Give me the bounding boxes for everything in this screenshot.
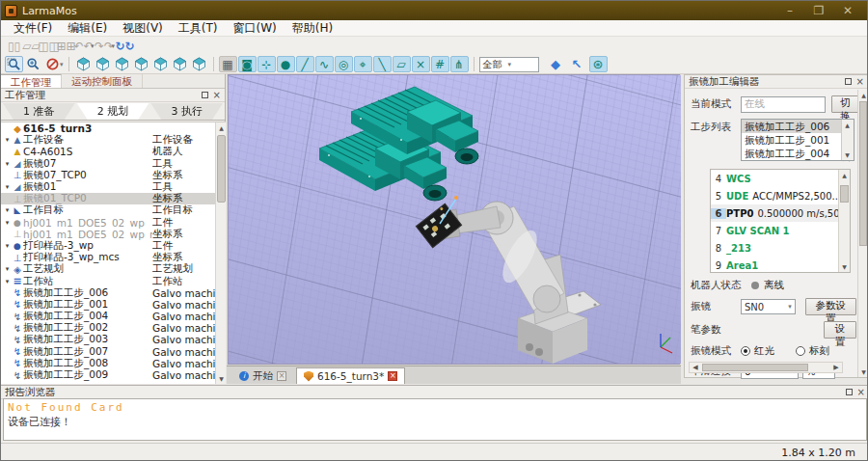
panel-vertical-scrollbar[interactable]: ▲ ▼ — [857, 90, 868, 377]
spline-icon[interactable]: ∿ — [315, 56, 334, 72]
line-icon[interactable]: ╱ — [296, 56, 314, 72]
stage-tab[interactable]: 1 准备 — [3, 103, 75, 120]
close-panel-icon[interactable]: × — [856, 78, 864, 85]
concentric-circles-icon[interactable]: ◎ — [335, 56, 353, 72]
close-tab-icon[interactable]: × — [388, 371, 397, 381]
scroll-down-icon[interactable]: ▼ — [216, 373, 226, 384]
hatch-icon[interactable]: # — [431, 56, 449, 72]
scroll-up-icon[interactable]: ▲ — [839, 170, 850, 180]
import-icon[interactable]: ⊞ — [57, 38, 75, 54]
menu-item[interactable]: 文件(F) — [7, 19, 59, 38]
tree-expand-icon[interactable]: ▾ — [3, 265, 12, 273]
scrollbar-thumb[interactable] — [859, 101, 867, 246]
scrollbar-thumb[interactable] — [217, 135, 226, 203]
tree-expand-icon[interactable]: ▾ — [3, 206, 12, 214]
minimize-icon[interactable]: – — [782, 2, 798, 19]
tree-expand-icon[interactable]: ▾ — [3, 219, 12, 227]
tree-row[interactable]: 振镜加工工步_009 Galvo machin — [1, 369, 226, 381]
circle-icon[interactable]: ● — [277, 56, 295, 72]
tree-expand-icon[interactable]: ▾ — [3, 242, 12, 250]
program-row[interactable]: 9 Area1 — [711, 257, 850, 273]
galvo-select[interactable]: SN0 ▾ — [741, 299, 796, 314]
step-item[interactable]: 振镜加工工步_001 — [742, 133, 854, 147]
point-icon[interactable]: ⊹ — [258, 56, 276, 72]
tree-expand-icon[interactable]: ▾ — [3, 183, 12, 191]
simulate-cube-icon[interactable]: ◆ — [547, 56, 565, 72]
zoom-window-icon[interactable] — [5, 56, 23, 72]
menu-item[interactable]: 编辑(E) — [61, 19, 114, 38]
zoom-in-icon[interactable] — [24, 56, 42, 72]
menu-item[interactable]: 视图(V) — [116, 19, 170, 38]
scrollbar-thumb[interactable] — [702, 364, 808, 371]
scroll-up-icon[interactable]: ▲ — [858, 90, 868, 100]
radio-red-light[interactable] — [741, 346, 750, 356]
program-row[interactable]: 4 WCS — [711, 170, 850, 187]
scroll-left-icon[interactable]: ◀ — [690, 363, 701, 372]
program-row[interactable]: 8 _213 — [711, 239, 850, 257]
param-settings-button[interactable]: 参数设置 — [805, 298, 856, 315]
scroll-up-icon[interactable]: ▲ — [216, 122, 226, 133]
delete-icon[interactable]: × — [412, 56, 430, 72]
view-cube-back-icon[interactable] — [113, 56, 131, 72]
tree-expand-icon[interactable]: ▾ — [3, 160, 12, 168]
menu-item[interactable]: 工具(T) — [172, 19, 225, 38]
float-panel-icon[interactable] — [846, 389, 853, 395]
scene-3d[interactable] — [228, 74, 680, 365]
view-cube-iso-icon[interactable] — [74, 56, 93, 72]
program-scrollbar[interactable]: ▲ ▼ — [838, 170, 850, 272]
lock-icon[interactable]: ◙ — [238, 56, 257, 72]
menu-item[interactable]: 帮助(H) — [285, 19, 339, 38]
menu-item[interactable]: 窗口(W) — [227, 19, 284, 38]
plane-icon[interactable]: ▱ — [393, 56, 411, 72]
view-cube-front-icon[interactable] — [94, 56, 112, 72]
program-line-list[interactable]: 4 WCS 5 UDE ACC/MMPS2,500.... 6 PTP0 0.5… — [710, 169, 851, 273]
scroll-down-icon[interactable]: ▼ — [858, 366, 868, 377]
view-cube-right-icon[interactable] — [151, 56, 170, 72]
cursor-icon[interactable]: ↖ — [568, 56, 586, 72]
steps-listbox[interactable]: 振镜加工工步_006振镜加工工步_001振镜加工工步_004 ▲ ▼ — [741, 119, 854, 161]
scroll-down-icon[interactable]: ▼ — [839, 261, 850, 272]
close-icon[interactable]: ✕ — [840, 2, 855, 19]
panel-horizontal-scrollbar[interactable]: ◀ ▶ — [689, 362, 843, 373]
dock-tab[interactable]: 运动控制面板 — [62, 74, 143, 88]
switch-offline-button[interactable]: 切换到离线 — [831, 95, 859, 113]
view-cube-bottom-icon[interactable] — [190, 56, 208, 72]
dock-tab[interactable]: 工作管理 — [1, 74, 62, 88]
stage-tab[interactable]: 3 执行 — [150, 103, 223, 120]
close-panel-icon[interactable]: × — [213, 92, 221, 98]
stage-tab[interactable]: 2 规划 — [77, 103, 149, 120]
branch-icon[interactable]: ⋔ — [450, 56, 469, 72]
pen-settings-button[interactable]: 设置 — [824, 321, 856, 339]
maximize-icon[interactable]: ❐ — [811, 2, 827, 19]
step-item[interactable]: 振镜加工工步_006 — [742, 120, 854, 133]
viewport-tab-project[interactable]: 616-5_turn3* × — [296, 367, 405, 384]
pen-icon[interactable]: ╲ — [373, 56, 392, 72]
filter-select[interactable]: 全部 ▾ — [479, 57, 539, 72]
float-panel-icon[interactable] — [202, 92, 208, 98]
save-icon[interactable]: ◫ — [40, 38, 58, 54]
steps-scrollbar[interactable]: ▲ ▼ — [841, 120, 854, 160]
tree-expand-icon[interactable]: ▾ — [3, 136, 12, 144]
radio-marking[interactable] — [796, 346, 805, 356]
program-row[interactable]: 5 UDE ACC/MMPS2,500.... — [711, 187, 850, 204]
settings-gear-icon[interactable]: ⊛ — [589, 56, 608, 72]
view-cube-top-icon[interactable] — [171, 56, 189, 72]
viewport-3d[interactable]: i 开始 × 616-5_turn3* × — [227, 74, 681, 384]
move-icon[interactable]: ⌖ — [354, 56, 372, 72]
scroll-down-icon[interactable]: ▼ — [842, 149, 853, 160]
program-row[interactable]: 6 PTP0 0.500000 m/s,50.... — [711, 204, 850, 222]
new-file-icon[interactable]: ▯ — [5, 38, 23, 54]
scroll-up-icon[interactable]: ▲ — [842, 120, 853, 130]
close-tab-icon[interactable]: × — [277, 371, 286, 381]
grid-snap-icon[interactable]: ▦ — [219, 56, 237, 72]
report-log[interactable]: Not Found Card 设备已连接！ — [3, 398, 867, 441]
tree-scrollbar[interactable]: ▲ ▼ — [215, 122, 226, 384]
mode-input[interactable] — [741, 96, 826, 113]
program-row[interactable]: 7 GLV SCAN 1 — [711, 222, 850, 239]
view-cube-left-icon[interactable] — [132, 56, 150, 72]
scroll-right-icon[interactable]: ▶ — [830, 363, 842, 372]
close-panel-icon[interactable]: × — [857, 389, 865, 395]
dropdown-arrow-icon[interactable]: ▾ — [60, 61, 64, 68]
float-panel-icon[interactable] — [845, 78, 852, 85]
step-item[interactable]: 振镜加工工步_004 — [742, 147, 854, 160]
